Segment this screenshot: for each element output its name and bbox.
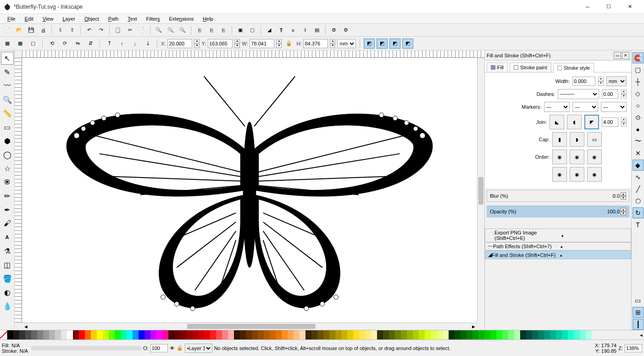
ellipse-tool[interactable]: ◯ xyxy=(1,148,14,161)
swatch[interactable] xyxy=(371,330,377,339)
layers-dialog-icon[interactable]: ▤ xyxy=(311,25,322,36)
new-doc-icon[interactable]: 📄 xyxy=(2,25,13,36)
swatch[interactable] xyxy=(305,330,311,339)
snap-intersect-icon[interactable]: ✕ xyxy=(633,148,644,159)
ruler-vertical[interactable] xyxy=(15,58,22,323)
palette-menu-icon[interactable]: ◂ xyxy=(638,330,644,339)
snap-enable-icon[interactable]: 🧲 xyxy=(633,52,644,63)
affect-stroke-toggle[interactable]: ◩ xyxy=(364,39,375,49)
menu-file[interactable]: File xyxy=(3,15,20,22)
snap-grid-icon[interactable]: ⊞ xyxy=(633,307,644,318)
width-input[interactable] xyxy=(572,77,595,86)
selector-tool[interactable]: ↖ xyxy=(1,52,14,65)
h-up[interactable]: ▲ xyxy=(330,39,335,44)
swatch[interactable] xyxy=(222,330,228,339)
swatch[interactable] xyxy=(311,330,317,339)
marker-end-select[interactable]: — xyxy=(601,102,627,112)
swatch[interactable] xyxy=(484,330,490,339)
swatch[interactable] xyxy=(568,330,574,339)
snap-cusp-icon[interactable]: ◆ xyxy=(633,160,644,171)
minimize-button[interactable]: ─ xyxy=(577,0,598,14)
prefs-icon[interactable]: ⚙ xyxy=(328,25,339,36)
swatch[interactable] xyxy=(317,330,323,339)
menu-edit[interactable]: Edit xyxy=(20,15,38,22)
eraser-tool[interactable]: ◫ xyxy=(1,258,14,271)
visibility-toggle-icon[interactable]: 👁 xyxy=(170,345,175,351)
snap-bbox-icon[interactable]: ▢ xyxy=(633,64,644,75)
save-icon[interactable]: 💾 xyxy=(26,25,37,36)
swatch[interactable] xyxy=(425,330,431,339)
dock-minimize-icon[interactable]: ▭ xyxy=(614,52,621,59)
snap-path-icon[interactable]: 〜 xyxy=(633,136,644,147)
swatch[interactable] xyxy=(121,330,127,339)
swatch[interactable] xyxy=(449,330,455,339)
cap-round-icon[interactable]: ◗ xyxy=(570,132,584,147)
node-tool[interactable]: ✎ xyxy=(1,66,14,78)
swatch[interactable] xyxy=(580,330,586,339)
dropper-tool[interactable]: 💧 xyxy=(1,300,14,312)
bucket-tool[interactable]: 🪣 xyxy=(1,272,14,285)
canvas[interactable] xyxy=(22,58,477,323)
spray-tool[interactable]: ⚗ xyxy=(1,245,14,257)
cap-butt-icon[interactable]: ▮ xyxy=(552,132,567,147)
swatch[interactable] xyxy=(79,330,85,339)
text-dialog-icon[interactable]: T xyxy=(276,25,287,36)
affect-gradient-toggle[interactable]: ◩ xyxy=(389,39,400,49)
swatch[interactable] xyxy=(31,330,37,339)
swatch[interactable] xyxy=(246,330,252,339)
affect-corners-toggle[interactable]: ◩ xyxy=(377,39,388,49)
swatch[interactable] xyxy=(389,330,395,339)
swatch[interactable] xyxy=(419,330,425,339)
lower-bottom-icon[interactable]: ⤓ xyxy=(142,38,153,49)
opacity-up[interactable]: ▲ xyxy=(621,208,626,211)
swatch[interactable] xyxy=(210,330,216,339)
marker-mid-select[interactable]: — xyxy=(572,102,598,112)
x-up[interactable]: ▲ xyxy=(194,39,200,44)
swatch[interactable] xyxy=(443,330,449,339)
menu-view[interactable]: View xyxy=(38,15,58,22)
swatch[interactable] xyxy=(264,330,270,339)
dock-close-icon[interactable]: ✕ xyxy=(622,52,629,59)
redo-icon[interactable]: ↷ xyxy=(95,25,106,36)
join-miter-icon[interactable]: ◣ xyxy=(550,115,564,129)
swatch[interactable] xyxy=(431,330,437,339)
doc-prefs-icon[interactable]: ⚙ xyxy=(340,25,351,36)
blur-up[interactable]: ▲ xyxy=(621,192,626,196)
swatch[interactable] xyxy=(461,330,466,339)
horizontal-scrollbar[interactable]: ◀ ▶ xyxy=(22,323,477,330)
swatch[interactable] xyxy=(359,330,365,339)
snap-center-icon[interactable]: ⊙ xyxy=(633,112,644,123)
swatch[interactable] xyxy=(365,330,371,339)
swatch[interactable] xyxy=(109,330,115,339)
x-down[interactable]: ▼ xyxy=(194,44,200,48)
swatch[interactable] xyxy=(288,330,294,339)
master-opacity-input[interactable] xyxy=(150,344,168,352)
hscroll-left[interactable]: ◀ xyxy=(22,323,29,330)
tab-stroke-paint[interactable]: Stroke paint xyxy=(510,62,551,72)
dock-export-png[interactable]: 📄 Export PNG Image (Shift+Ctrl+E)▴ xyxy=(485,228,631,242)
swatch[interactable] xyxy=(395,330,401,339)
swatch[interactable] xyxy=(133,330,139,339)
no-color-swatch[interactable] xyxy=(0,330,7,339)
swatch[interactable] xyxy=(192,330,198,339)
swatch[interactable] xyxy=(383,330,389,339)
ruler-horizontal[interactable] xyxy=(22,50,484,58)
swatch[interactable] xyxy=(562,330,568,339)
rotate-ccw-icon[interactable]: ⟲ xyxy=(46,38,57,49)
undo-icon[interactable]: ↶ xyxy=(83,25,94,36)
swatch[interactable] xyxy=(127,330,133,339)
snap-line-icon[interactable]: ╱ xyxy=(633,184,644,195)
copy-icon[interactable]: 📋 xyxy=(112,25,123,36)
swatch[interactable] xyxy=(115,330,121,339)
menu-help[interactable]: Help xyxy=(198,15,218,22)
swatch[interactable] xyxy=(586,330,592,339)
swatch[interactable] xyxy=(198,330,204,339)
snap-corner-icon[interactable]: ◇ xyxy=(633,88,644,99)
h-down[interactable]: ▼ xyxy=(330,44,335,48)
zoom-drawing-icon[interactable]: 🔍 xyxy=(165,25,176,36)
print-icon[interactable]: 🖨 xyxy=(38,25,49,36)
swatch[interactable] xyxy=(466,330,472,339)
rotate-cw-icon[interactable]: ⟳ xyxy=(59,38,70,49)
raise-top-icon[interactable]: ⤒ xyxy=(104,38,115,49)
swatch[interactable] xyxy=(240,330,246,339)
